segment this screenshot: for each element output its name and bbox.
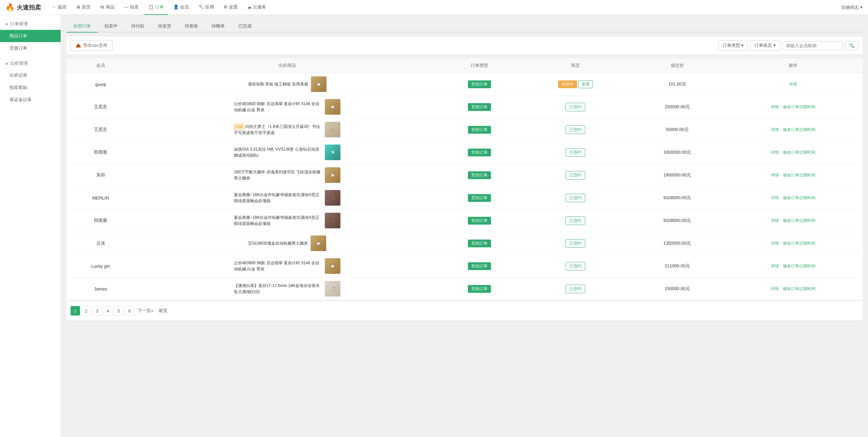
nav-member[interactable]: 👤 会员 [169, 0, 193, 15]
goods-icon: 🛍 [100, 4, 104, 10]
tab-pending-ship[interactable]: 待发货 [151, 20, 178, 33]
order-icon: 📋 [148, 4, 154, 10]
action-详情[interactable]: 详情 [771, 173, 779, 177]
nav-settings[interactable]: ⚙ 设置 [219, 0, 242, 15]
action-详情[interactable]: 详情 [771, 104, 779, 109]
back-icon: ← [52, 4, 56, 10]
action-详情[interactable]: 详情 [771, 218, 779, 223]
sidebar-item-goods-order[interactable]: 商品订单 [0, 30, 61, 42]
nav-app[interactable]: 🔧 应用 [194, 0, 218, 15]
action-详情[interactable]: 详情 [789, 82, 797, 87]
sidebar-item-auction-award[interactable]: 拍卖奖励 [0, 81, 61, 94]
action-详情[interactable]: 详情 [771, 264, 779, 268]
product-text: 190万宇船大爆炸-灵魂系列迷空距 飞轮顶尖收藏男士腕表 [234, 169, 322, 181]
action-separator: - [780, 104, 782, 109]
action-修改订单过期时间[interactable]: 修改订单过期时间 [783, 286, 815, 291]
table-row: guoqi蒲前弥勒 库柏 做工精细 实用美观⌚竞拍订单转拍中查看101.00元详… [66, 73, 863, 96]
cell-status: 已违约 [520, 278, 631, 300]
nav-right[interactable]: 玩物得志 ▾ [841, 4, 863, 11]
tab-pending-pay[interactable]: 待付款 [124, 20, 151, 33]
cell-order-type: 竞拍订单 [439, 73, 520, 96]
action-修改订单过期时间[interactable]: 修改订单过期时间 [783, 218, 815, 223]
product-thumbnail: ⌚ [325, 99, 340, 115]
order-mgmt-label: 订单管理 [10, 21, 28, 27]
sidebar-item-recharge-order[interactable]: 充值订单 [0, 42, 61, 54]
action-详情[interactable]: 详情 [771, 195, 779, 200]
sidebar: ≡ 订单管理 商品订单 充值订单 ≡ 出价管理 出价记录 拍卖奖励 保证金记录 [0, 15, 61, 437]
cell-product: 公价483900 98新 百达翡翠 复杂计时 5146 全自动机械 白金 男表⌚ [135, 96, 439, 118]
status-badge: 已违约 [566, 194, 585, 202]
action-separator: - [780, 241, 782, 246]
action-修改订单过期时间[interactable]: 修改订单过期时间 [783, 264, 815, 268]
page-next[interactable]: 下一页» [136, 308, 155, 314]
cell-order-type: 竞拍订单 [439, 255, 520, 278]
tab-pending-comment[interactable]: 待晒单 [205, 20, 232, 33]
cell-member: Lucky girl [66, 255, 135, 278]
cell-order-type: 竞拍订单 [439, 209, 520, 232]
order-type-filter[interactable]: 订单类型 ▾ [718, 40, 748, 51]
product-text: 油质GIA 3.01克拉 H色 VVS1净度 心形钻石拍卖赠成形托BBU [234, 146, 322, 158]
order-type-badge: 竞拍订单 [468, 80, 491, 88]
action-修改订单过期时间[interactable]: 修改订单过期时间 [783, 150, 815, 155]
page-4[interactable]: 4 [103, 306, 113, 316]
cell-status: 已违约 [520, 255, 631, 278]
nav-right-text: 玩物得志 ▾ [841, 4, 863, 11]
cell-product: 宴会典雅~18K白金作钻豪华镶嵌老坑满绿A货正阳绿蛋面晚会款项链📿 [135, 187, 439, 209]
col-member: 会员 [66, 58, 135, 73]
app-icon: 🔧 [198, 4, 204, 10]
sidebar-item-bid-record[interactable]: 出价记录 [0, 69, 61, 81]
search-icon: 🔍 [849, 43, 855, 48]
page-5[interactable]: 5 [114, 306, 123, 316]
export-csv-button[interactable]: 📤 导出csv文件 [71, 40, 113, 51]
cell-member: 田雨晨 [66, 209, 135, 232]
member-search-input[interactable] [782, 41, 843, 50]
action-separator: - [780, 195, 782, 200]
cell-order-type: 竞拍订单 [439, 187, 520, 209]
sidebar-item-deposit-record[interactable]: 保证金记录 [0, 94, 61, 106]
cell-product: 【澳洲白珠】直径17-17.5mm 18K金海水珍珠吊坠大溪地D102🦪 [135, 278, 439, 300]
nav-home[interactable]: 🖥 首页 [72, 0, 95, 15]
nav-home-label: 首页 [82, 4, 91, 10]
nav-auction-label: 拍卖 [130, 4, 139, 10]
page-2[interactable]: 2 [81, 306, 91, 316]
action-修改订单过期时间[interactable]: 修改订单过期时间 [783, 173, 815, 177]
nav-order[interactable]: 📋 订单 [144, 0, 168, 15]
page-3[interactable]: 3 [92, 306, 102, 316]
search-button[interactable]: 🔍 [845, 41, 859, 50]
cell-member: 云淡 [66, 232, 135, 255]
action-修改订单过期时间[interactable]: 修改订单过期时间 [783, 241, 815, 246]
action-修改订单过期时间[interactable]: 修改订单过期时间 [783, 127, 815, 132]
action-修改订单过期时间[interactable]: 修改订单过期时间 [783, 195, 815, 200]
action-修改订单过期时间[interactable]: 修改订单过期时间 [783, 104, 815, 109]
tab-completed[interactable]: 已完成 [232, 20, 258, 33]
nav-goods[interactable]: 🛍 商品 [96, 0, 119, 15]
tab-all[interactable]: 全部订单 [66, 20, 98, 33]
action-separator: - [780, 263, 782, 268]
tab-pending-receive[interactable]: 待签收 [178, 20, 205, 33]
nav-auction[interactable]: — 拍卖 [120, 0, 143, 15]
page-6[interactable]: 6 [125, 306, 134, 316]
cell-status: 已违约 [520, 187, 631, 209]
cell-order-type: 竞拍订单 [439, 96, 520, 118]
sidebar-section-bid-title: ≡ 出价管理 [0, 58, 61, 69]
cell-status: 已违约 [520, 209, 631, 232]
nav-back[interactable]: ← 返回 [48, 0, 71, 15]
action-详情[interactable]: 详情 [771, 150, 779, 155]
action-详情[interactable]: 详情 [771, 286, 779, 291]
cell-status: 已违约 [520, 96, 631, 118]
table-row: 田雨晨油质GIA 3.01克拉 H色 VVS1净度 心形钻石拍卖赠成形托BBU💎… [66, 141, 863, 164]
cell-product: 宝珀18K玫瑰金自动机械男士腕表⌚ [135, 232, 439, 255]
order-status-filter[interactable]: 订单状态 ▾ [750, 40, 780, 51]
tab-auctioning[interactable]: 拍卖中 [98, 20, 124, 33]
action-详情[interactable]: 详情 [771, 241, 779, 246]
home-icon: 🖥 [76, 4, 80, 10]
nav-cloud[interactable]: ☁ 云服务 [243, 0, 270, 15]
action-separator: - [780, 127, 782, 132]
page-last[interactable]: 尾页 [157, 308, 170, 314]
page-1[interactable]: 1 [71, 306, 80, 316]
product-text: 宴会典雅~18K白金作钻豪华镶嵌老坑满绿A货正阳绿蛋面晚会款项链 [234, 214, 322, 227]
action-详情[interactable]: 详情 [771, 127, 779, 132]
status-view-link[interactable]: 查看 [578, 80, 593, 88]
nav-settings-label: 设置 [229, 4, 238, 10]
col-status: 状态 [520, 58, 631, 73]
